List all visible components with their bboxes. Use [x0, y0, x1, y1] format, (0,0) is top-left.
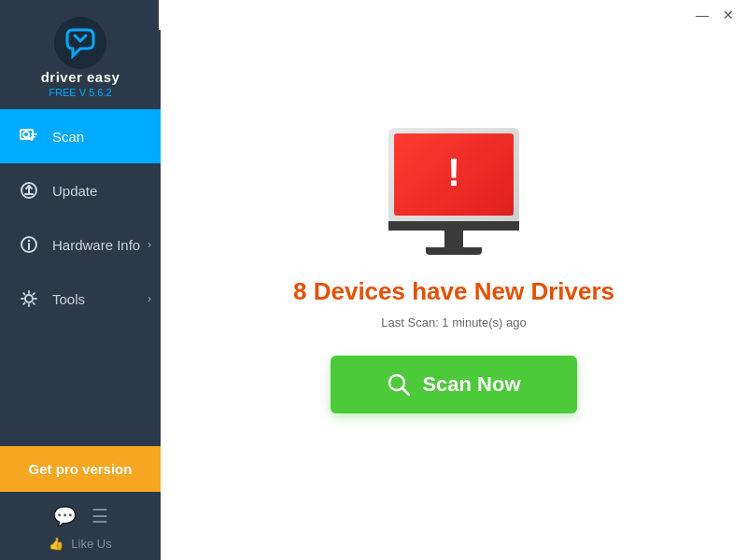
list-icon[interactable]: ☰ — [92, 505, 108, 527]
monitor-base — [426, 247, 482, 255]
chat-icon[interactable]: 💬 — [53, 505, 77, 527]
sidebar-item-tools[interactable]: Tools › — [0, 272, 161, 326]
sidebar-tools-label: Tools — [52, 291, 85, 307]
get-pro-button[interactable]: Get pro version — [0, 446, 161, 492]
tools-chevron: › — [148, 292, 151, 305]
hardware-info-icon — [17, 232, 41, 257]
hardware-info-chevron: › — [148, 238, 151, 251]
sidebar-scan-label: Scan — [52, 129, 84, 145]
sidebar-logo: driver easy FREE V 5.6.2 — [0, 0, 161, 109]
monitor-illustration: ! — [388, 128, 519, 255]
scan-now-label: Scan Now — [422, 372, 520, 397]
close-button[interactable]: ✕ — [717, 4, 740, 26]
sidebar-item-update[interactable]: Update — [0, 163, 161, 217]
last-scan-text: Last Scan: 1 minute(s) ago — [381, 315, 526, 329]
scan-now-button[interactable]: Scan Now — [331, 356, 576, 413]
app-name: driver easy — [41, 69, 120, 85]
svg-rect-4 — [31, 133, 37, 135]
alert-title: 8 Devices have New Drivers — [293, 277, 614, 306]
scan-search-icon — [387, 372, 411, 397]
exclamation-mark: ! — [447, 153, 460, 192]
monitor-screen: ! — [388, 128, 519, 221]
app-logo-icon — [54, 17, 106, 69]
svg-rect-5 — [31, 136, 35, 138]
update-icon — [17, 178, 41, 203]
sidebar-hardware-label: Hardware Info — [52, 237, 140, 253]
sidebar: driver easy FREE V 5.6.2 Scan — [0, 0, 161, 560]
tools-icon — [17, 287, 41, 311]
sidebar-item-hardware-info[interactable]: Hardware Info › — [0, 217, 161, 272]
app-version: FREE V 5.6.2 — [49, 87, 111, 98]
sidebar-bottom: 💬 ☰ 👍 Like Us — [0, 492, 161, 560]
sidebar-item-scan[interactable]: Scan — [0, 109, 161, 163]
sidebar-update-label: Update — [52, 183, 97, 199]
monitor-screen-inner: ! — [394, 133, 514, 216]
sidebar-bottom-icons: 💬 ☰ — [53, 505, 108, 527]
title-bar: — ✕ — [159, 0, 747, 30]
like-us-item[interactable]: 👍 Like Us — [49, 537, 111, 551]
thumbs-up-icon: 👍 — [49, 537, 63, 551]
nav-items: Scan Update Har — [0, 109, 161, 446]
main-content: ! 8 Devices have New Drivers Last Scan: … — [161, 0, 747, 560]
minimize-button[interactable]: — — [691, 4, 713, 26]
svg-line-14 — [402, 388, 409, 395]
monitor-neck — [444, 231, 463, 247]
svg-point-0 — [54, 17, 106, 69]
like-us-label: Like Us — [71, 537, 111, 551]
svg-point-12 — [25, 295, 33, 302]
svg-point-11 — [28, 240, 30, 242]
scan-icon — [17, 124, 41, 148]
monitor-bezel — [388, 221, 519, 231]
